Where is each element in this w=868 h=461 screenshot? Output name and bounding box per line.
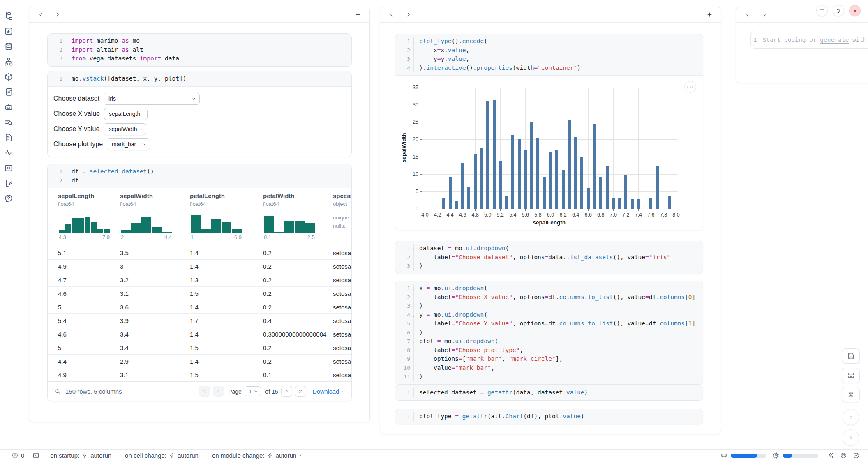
vega-actions-button[interactable] bbox=[684, 81, 696, 93]
column-histogram[interactable] bbox=[264, 214, 315, 233]
table-row[interactable]: 4.73.21.30.2setosa bbox=[48, 273, 351, 286]
column-header-petalLength[interactable]: petalLength bbox=[190, 192, 225, 199]
dataset-select[interactable]: iris bbox=[104, 93, 200, 105]
file-tree-icon[interactable] bbox=[4, 12, 13, 21]
table-row[interactable]: 4.63.11.50.2setosa bbox=[48, 286, 351, 300]
command-palette-button[interactable] bbox=[842, 387, 860, 402]
logs-icon[interactable] bbox=[4, 88, 13, 97]
column-move-left-button[interactable] bbox=[387, 10, 397, 20]
y-tick-label: 25 bbox=[404, 119, 418, 125]
table-row[interactable]: 5.43.91.70.4setosa bbox=[48, 313, 351, 327]
code-line: 1plot_type = getattr(alt.Chart(df), plot… bbox=[395, 412, 703, 421]
chart-output[interactable]: 4.04.24.44.64.85.05.25.45.65.86.06.26.46… bbox=[395, 76, 703, 230]
prev-page-button[interactable] bbox=[213, 386, 224, 397]
column-move-right-button[interactable] bbox=[403, 10, 413, 20]
save-button[interactable] bbox=[842, 348, 860, 364]
column-header-species[interactable]: species bbox=[333, 192, 351, 199]
settings-gear-button[interactable] bbox=[833, 5, 844, 16]
bolt-icon bbox=[82, 452, 88, 459]
table-cell: 3.1 bbox=[120, 368, 129, 381]
table-row[interactable]: 4.63.41.40.30000000000000004setosa bbox=[48, 327, 351, 341]
column-move-right-button[interactable] bbox=[52, 10, 62, 20]
menu-button[interactable] bbox=[816, 5, 828, 16]
on-startup-setting[interactable]: on startup: autorun bbox=[50, 452, 111, 459]
y-value-select[interactable]: sepalWidth bbox=[104, 123, 146, 135]
chart-bar bbox=[587, 188, 590, 209]
scratchpad-icon[interactable] bbox=[4, 179, 13, 188]
documentation-icon[interactable] bbox=[4, 133, 13, 142]
column-histogram[interactable] bbox=[121, 214, 172, 233]
code-editor-xyplot[interactable]: 1⌄x = mo.ui.dropdown(2 label="Choose X v… bbox=[395, 281, 703, 384]
cpu-usage[interactable] bbox=[772, 452, 818, 459]
first-page-button[interactable] bbox=[199, 386, 210, 397]
snippets-icon[interactable] bbox=[4, 164, 13, 173]
package-icon[interactable] bbox=[4, 72, 13, 81]
chart-bar bbox=[637, 199, 640, 209]
chart-bar bbox=[511, 135, 514, 209]
copilot-button[interactable] bbox=[840, 452, 847, 459]
memory-usage[interactable] bbox=[720, 452, 766, 459]
terminal-button[interactable] bbox=[32, 452, 39, 459]
chart-bar bbox=[593, 124, 596, 209]
stop-button[interactable] bbox=[843, 409, 859, 425]
on-module-change-setting[interactable]: on module change: autorun bbox=[212, 452, 304, 459]
x-value-select[interactable]: sepalLength bbox=[104, 108, 148, 120]
search-icon[interactable] bbox=[54, 388, 61, 395]
column-histogram[interactable] bbox=[59, 214, 110, 233]
column-move-left-button[interactable] bbox=[743, 10, 753, 20]
plot-type-select[interactable]: mark_bar bbox=[107, 138, 150, 150]
on-cell-change-setting[interactable]: on cell change: autorun bbox=[125, 452, 199, 459]
bolt-icon bbox=[267, 452, 273, 459]
function-square-icon[interactable] bbox=[4, 27, 13, 36]
column-header-sepalLength[interactable]: sepalLength bbox=[58, 192, 94, 199]
ai-assist-button[interactable] bbox=[827, 452, 834, 459]
column-header-sepalWidth[interactable]: sepalWidth bbox=[120, 192, 153, 199]
table-row[interactable]: 53.61.40.2setosa bbox=[48, 300, 351, 313]
add-column-button[interactable] bbox=[353, 10, 363, 20]
code-editor-dataset[interactable]: 1⌄dataset = mo.ui.dropdown(2 label="Choo… bbox=[395, 241, 703, 274]
dependency-graph-icon[interactable] bbox=[4, 57, 13, 66]
connection-status-button[interactable] bbox=[853, 452, 860, 459]
empty-cell-editor[interactable]: 1 Start coding or generate with AI bbox=[750, 31, 868, 49]
table-row[interactable]: 4.93.11.50.1setosa bbox=[48, 368, 351, 381]
chevron-down-icon bbox=[141, 142, 146, 147]
x-tick-label: 4.2 bbox=[431, 212, 445, 218]
table-summary: 150 rows, 5 columns bbox=[65, 388, 122, 395]
tracing-icon[interactable] bbox=[4, 148, 13, 157]
layout-button[interactable] bbox=[842, 368, 860, 383]
code-editor-selected[interactable]: 1selected_dataset = getattr(data, datase… bbox=[395, 385, 703, 400]
code-editor-plot[interactable]: 1⌄plot_type().encode(2 x=x.value,3 y=y.v… bbox=[395, 34, 703, 76]
column-header-petalWidth[interactable]: petalWidth bbox=[263, 192, 295, 199]
help-icon[interactable] bbox=[4, 194, 13, 203]
generate-link[interactable]: generate bbox=[820, 37, 849, 43]
column-histogram[interactable] bbox=[191, 214, 242, 233]
x-axis-title: sepalLength bbox=[533, 219, 566, 226]
table-row[interactable]: 53.41.50.2setosa bbox=[48, 341, 351, 354]
database-icon[interactable] bbox=[4, 42, 13, 51]
download-button[interactable]: Download bbox=[313, 388, 346, 395]
last-page-button[interactable] bbox=[295, 386, 306, 397]
run-all-button[interactable] bbox=[843, 429, 859, 446]
column-move-left-button[interactable] bbox=[36, 10, 46, 20]
close-app-button[interactable] bbox=[849, 5, 861, 16]
code-editor-imports[interactable]: 1import marimo as mo2import altair as al… bbox=[48, 34, 351, 66]
code-editor-plottype[interactable]: 1plot_type = getattr(alt.Chart(df), plot… bbox=[395, 409, 703, 424]
table-row[interactable]: 5.13.51.40.2setosa bbox=[48, 246, 351, 259]
code-editor-vstack[interactable]: 1mo.vstack([dataset, x, y, plot]) bbox=[48, 71, 351, 87]
table-row[interactable]: 4.931.40.2setosa bbox=[48, 259, 351, 273]
code-editor-df[interactable]: 1df = selected_dataset()2df bbox=[48, 164, 351, 188]
table-cell: setosa bbox=[333, 355, 351, 368]
column-move-right-button[interactable] bbox=[759, 10, 769, 20]
next-page-button[interactable] bbox=[281, 386, 292, 397]
table-cell: 1.3 bbox=[190, 273, 199, 287]
table-row[interactable]: 4.42.91.40.2setosa bbox=[48, 354, 351, 368]
page-select[interactable]: 1 bbox=[245, 386, 261, 396]
code-line: 2 label="Choose dataset", options=data.l… bbox=[395, 253, 703, 262]
x-tick-label: 7.0 bbox=[606, 212, 620, 218]
code-line: 8 label="Choose plot type", bbox=[395, 346, 703, 355]
chatbot-icon[interactable] bbox=[4, 103, 13, 112]
list-search-icon[interactable] bbox=[4, 118, 13, 127]
add-column-button[interactable] bbox=[704, 10, 714, 20]
code-line: 3 y=y.value, bbox=[395, 55, 703, 64]
error-count-button[interactable]: 0 bbox=[12, 452, 24, 459]
